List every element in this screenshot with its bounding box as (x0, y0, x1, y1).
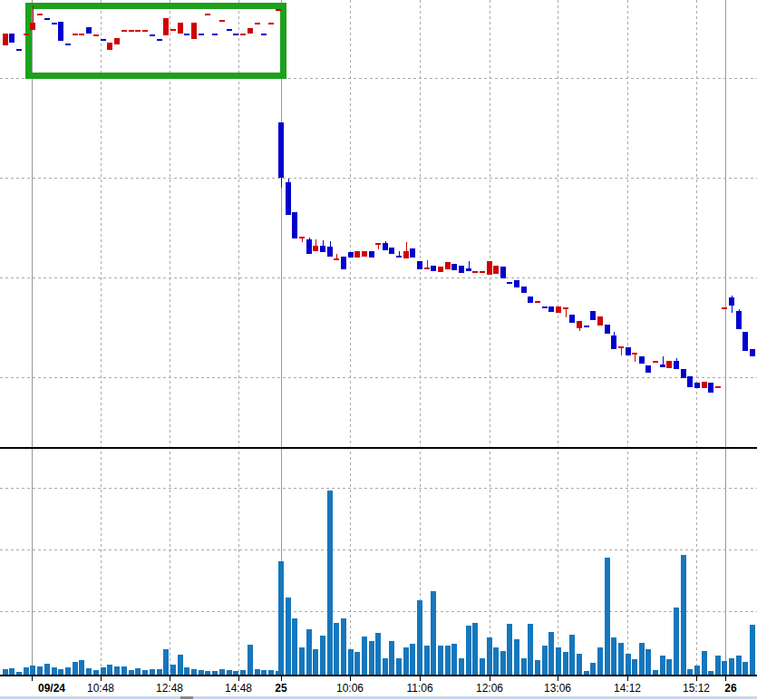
candle-body (535, 301, 540, 303)
volume-bar (417, 600, 422, 675)
candle-body (107, 43, 112, 50)
volume-bar (742, 662, 748, 675)
candle-body (240, 34, 246, 35)
volume-bar (227, 670, 232, 675)
candle-body (563, 307, 568, 309)
candle-body (396, 256, 402, 258)
volume-bar (396, 658, 402, 675)
scrollbar-thumb[interactable] (180, 696, 193, 699)
candle-body (626, 347, 631, 355)
candle-body (341, 257, 346, 269)
candle-body (79, 34, 84, 35)
volume-bar (493, 647, 499, 675)
candle-body (542, 306, 548, 308)
volume-bar (459, 658, 464, 675)
volume-bar (327, 491, 333, 675)
volume-bar (320, 636, 325, 675)
candle-body (556, 306, 561, 313)
volume-bar (750, 625, 755, 675)
volume-bar (199, 670, 204, 675)
candle-body (577, 321, 582, 328)
x-axis-label: 26 (724, 682, 737, 695)
candle-body (142, 30, 148, 32)
x-axis-line (0, 675, 757, 676)
volume-bar (618, 643, 624, 675)
volume-bar (626, 654, 631, 675)
volume-bar (73, 662, 78, 675)
volume-bar (9, 668, 15, 675)
volume-bar (639, 643, 645, 675)
candle-body (708, 383, 713, 393)
volume-bar (528, 624, 533, 675)
volume-bar (150, 669, 155, 675)
candle-body (313, 246, 318, 251)
volume-bar (500, 651, 506, 675)
volume-bar (348, 649, 354, 675)
candle-body (362, 251, 367, 257)
candle-body (569, 315, 575, 323)
volume-bar (313, 649, 318, 675)
volume-bar (163, 649, 169, 675)
volume-bar (93, 670, 99, 675)
candle-body (702, 382, 707, 388)
candle-body (306, 239, 312, 254)
candle-body (299, 237, 305, 238)
candle-body (611, 335, 616, 349)
candle-body (674, 361, 679, 369)
volume-bar (240, 670, 246, 675)
candle-body (451, 264, 457, 270)
volume-bar (135, 668, 141, 675)
volume-bar (86, 668, 92, 675)
candle-body (597, 316, 603, 326)
candle-body (548, 306, 554, 312)
volume-bar (451, 644, 457, 675)
volume-bar (389, 641, 394, 675)
candle-body (403, 251, 409, 258)
candle-body (653, 361, 658, 363)
candle-body (227, 29, 232, 31)
volume-bar (597, 647, 603, 675)
x-axis-label: 10:48 (87, 682, 114, 695)
candle-body (52, 23, 57, 24)
candle-body (219, 20, 225, 22)
candle-body (729, 297, 734, 306)
volume-bar (24, 667, 29, 675)
volume-bar (590, 663, 596, 675)
candle-body (184, 34, 189, 35)
candle-body (438, 267, 443, 272)
volume-bar (233, 671, 238, 675)
candle-body (205, 14, 210, 15)
price-volume-chart[interactable]: 09/2410:4812:4814:482510:0611:0612:0613:… (0, 0, 757, 700)
volume-bar (556, 647, 561, 675)
candle-body (417, 261, 422, 269)
x-axis-label: 13:06 (544, 682, 571, 695)
volume-bar (403, 647, 409, 675)
candle-body (191, 23, 197, 39)
volume-bar (334, 623, 339, 675)
volume-bar (542, 646, 548, 675)
volume-bar (569, 635, 575, 675)
candle-body (233, 34, 238, 35)
candle-body (292, 212, 297, 238)
candle-body (247, 28, 253, 34)
volume-bar (212, 671, 218, 675)
candle-body (348, 252, 354, 258)
volume-bar (715, 656, 721, 675)
volume-bar (362, 637, 367, 675)
x-axis-label: 14:48 (225, 682, 252, 695)
candle-body (493, 266, 499, 274)
horizontal-scrollbar[interactable] (0, 696, 757, 699)
volume-bar (247, 645, 253, 675)
candle-body (278, 122, 284, 178)
volume-bar (30, 666, 35, 675)
volume-bar (129, 670, 134, 675)
volume-bar (184, 667, 189, 675)
volume-bar (548, 632, 554, 675)
volume-bar (292, 618, 297, 675)
volume-bar (722, 661, 727, 675)
x-axis-label: 09/24 (38, 682, 65, 695)
volume-bar (708, 671, 713, 675)
candle-body (521, 287, 527, 293)
candle-body (170, 29, 176, 31)
volume-bar (142, 670, 148, 675)
